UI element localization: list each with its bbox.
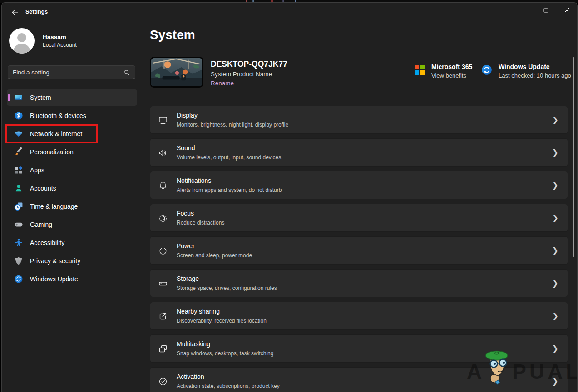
accessibility-icon (14, 238, 23, 247)
sidebar-item-privacy-security[interactable]: Privacy & security (7, 253, 137, 269)
search-input[interactable] (13, 69, 123, 76)
settings-row-power[interactable]: PowerScreen and sleep, power mode❯ (150, 236, 568, 265)
sidebar-item-personalization[interactable]: Personalization (7, 144, 137, 160)
back-arrow-icon (11, 8, 19, 16)
device-header: DESKTOP-QQ7JK77 System Product Name Rena… (150, 57, 563, 89)
row-title: Multitasking (177, 340, 210, 348)
sidebar-item-label: Bluetooth & devices (30, 112, 86, 119)
chevron-right-icon: ❯ (552, 148, 558, 157)
personalization-icon (14, 147, 23, 157)
system-icon (14, 93, 23, 102)
gaming-icon (14, 220, 23, 229)
nearby-sharing-icon (158, 311, 168, 322)
back-button[interactable] (7, 5, 23, 19)
settings-row-activation[interactable]: ActivationActivation state, subscription… (150, 367, 568, 392)
sidebar-nav: SystemBluetooth & devicesNetwork & inter… (7, 89, 137, 289)
avatar (9, 28, 35, 54)
microsoft-365-card[interactable]: Microsoft 365 View benefits (414, 63, 472, 79)
sidebar-item-accessibility[interactable]: Accessibility (7, 235, 137, 251)
accounts-icon (14, 184, 23, 193)
search-box[interactable] (8, 65, 135, 79)
sidebar-item-label: Accounts (30, 185, 56, 192)
sidebar-item-label: Network & internet (30, 130, 82, 137)
row-subtitle: Reduce distractions (177, 220, 224, 226)
row-title: Display (177, 112, 198, 119)
ms365-title: Microsoft 365 (431, 63, 472, 70)
main-content: System (145, 23, 577, 392)
sidebar-item-label: Accessibility (30, 239, 64, 246)
windows-update-card[interactable]: Windows Update Last checked: 10 hours ag… (481, 63, 571, 79)
maximize-icon (543, 8, 548, 13)
sidebar-item-gaming[interactable]: Gaming (7, 216, 137, 233)
sidebar-item-network-internet[interactable]: Network & internet (7, 126, 137, 142)
chevron-right-icon: ❯ (552, 311, 558, 321)
row-subtitle: Screen and sleep, power mode (177, 252, 252, 259)
settings-row-focus[interactable]: FocusReduce distractions❯ (150, 204, 568, 232)
display-icon (158, 115, 168, 126)
sidebar-item-accounts[interactable]: Accounts (7, 180, 137, 196)
sidebar-item-label: Windows Update (30, 275, 78, 283)
row-title: Activation (177, 373, 204, 380)
microsoft-logo-icon (414, 64, 425, 75)
chevron-right-icon: ❯ (552, 181, 558, 190)
sidebar-item-time-language[interactable]: Time & language (7, 198, 137, 215)
multitasking-icon (158, 343, 168, 354)
sidebar-item-label: Personalization (30, 148, 74, 156)
maximize-button[interactable] (535, 3, 556, 17)
settings-row-nearby-sharing[interactable]: Nearby sharingDiscoverability, received … (150, 302, 568, 330)
settings-row-notifications[interactable]: NotificationsAlerts from apps and system… (150, 171, 568, 199)
selected-accent-pill (8, 94, 10, 101)
row-subtitle: Alerts from apps and system, do not dist… (177, 187, 282, 193)
network-icon (14, 129, 23, 138)
device-thumbnail (150, 57, 203, 88)
sidebar-item-apps[interactable]: Apps (7, 162, 137, 178)
chevron-right-icon: ❯ (552, 213, 558, 223)
chevron-right-icon: ❯ (552, 344, 558, 353)
device-name: DESKTOP-QQ7JK77 (211, 59, 287, 69)
row-subtitle: Snap windows, desktops, task switching (177, 350, 273, 357)
close-button[interactable] (556, 3, 577, 17)
user-account-type: Local Account (43, 42, 77, 48)
close-icon (564, 8, 569, 13)
row-title: Focus (177, 210, 194, 217)
settings-row-storage[interactable]: StorageStorage space, drives, configurat… (150, 269, 568, 297)
sidebar-item-windows-update[interactable]: Windows Update (7, 271, 137, 287)
rename-link[interactable]: Rename (211, 80, 234, 87)
time-language-icon (14, 202, 23, 211)
activation-icon (158, 376, 168, 387)
privacy-security-icon (14, 256, 23, 265)
row-title: Storage (177, 275, 199, 282)
settings-row-display[interactable]: DisplayMonitors, brightness, night light… (150, 106, 568, 134)
bluetooth-icon (14, 111, 23, 120)
storage-icon (158, 278, 168, 289)
window-controls (514, 3, 577, 17)
row-title: Sound (177, 144, 195, 152)
sidebar-item-label: Privacy & security (30, 257, 80, 265)
power-icon (158, 245, 168, 256)
sidebar-item-bluetooth-devices[interactable]: Bluetooth & devices (7, 108, 137, 124)
notifications-icon (158, 180, 168, 191)
row-subtitle: Storage space, drives, configuration rul… (177, 285, 277, 291)
chevron-right-icon: ❯ (552, 115, 558, 125)
row-title: Nearby sharing (177, 308, 220, 315)
settings-window: Settings Hassam Lo (1, 2, 578, 392)
row-subtitle: Discoverability, received files location (177, 318, 267, 324)
windows-update-icon (14, 274, 23, 284)
sound-icon (158, 147, 168, 158)
screen: Settings Hassam Lo (0, 0, 578, 392)
user-name: Hassam (43, 34, 77, 40)
sidebar-item-label: System (30, 94, 51, 101)
minimize-button[interactable] (514, 3, 535, 17)
settings-row-sound[interactable]: SoundVolume levels, output, input, sound… (150, 138, 568, 167)
row-subtitle: Volume levels, output, input, sound devi… (177, 154, 281, 161)
settings-row-multitasking[interactable]: MultitaskingSnap windows, desktops, task… (150, 334, 568, 363)
ms365-subtitle: View benefits (431, 72, 472, 79)
row-title: Notifications (177, 177, 211, 184)
scrollbar[interactable] (573, 57, 574, 257)
page-title: System (150, 28, 195, 42)
sidebar-item-system[interactable]: System (7, 89, 137, 106)
windows-update-icon (481, 64, 492, 75)
row-subtitle: Activation state, subscriptions, product… (177, 383, 280, 389)
user-account[interactable]: Hassam Local Account (9, 28, 77, 54)
apps-icon (14, 166, 23, 175)
